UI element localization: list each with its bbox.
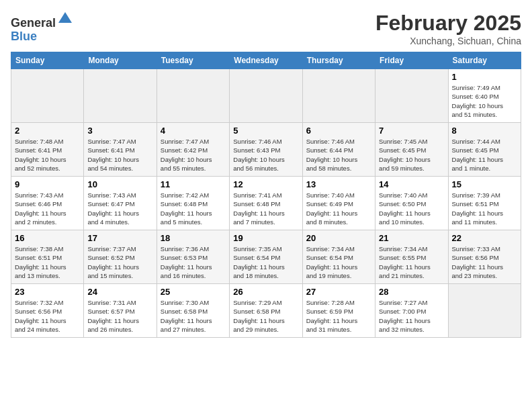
day-info: Sunrise: 7:34 AM Sunset: 6:54 PM Dayligh…	[306, 244, 371, 280]
day-number: 14	[379, 179, 444, 189]
day-info: Sunrise: 7:49 AM Sunset: 6:40 PM Dayligh…	[452, 83, 517, 119]
calendar-cell: 4Sunrise: 7:47 AM Sunset: 6:42 PM Daylig…	[157, 123, 229, 177]
day-info: Sunrise: 7:40 AM Sunset: 6:50 PM Dayligh…	[379, 191, 444, 226]
calendar-cell	[157, 69, 229, 123]
weekday-header-monday: Monday	[84, 52, 157, 69]
calendar-week-2: 2Sunrise: 7:48 AM Sunset: 6:41 PM Daylig…	[11, 123, 521, 177]
day-info: Sunrise: 7:43 AM Sunset: 6:46 PM Dayligh…	[15, 191, 80, 226]
calendar-cell: 1Sunrise: 7:49 AM Sunset: 6:40 PM Daylig…	[448, 69, 521, 123]
day-number: 9	[15, 179, 80, 189]
calendar-cell: 14Sunrise: 7:40 AM Sunset: 6:50 PM Dayli…	[375, 177, 448, 230]
day-number: 5	[233, 126, 298, 136]
day-info: Sunrise: 7:29 AM Sunset: 6:58 PM Dayligh…	[233, 298, 298, 334]
calendar-cell	[230, 69, 302, 123]
day-info: Sunrise: 7:27 AM Sunset: 7:00 PM Dayligh…	[379, 298, 444, 334]
day-info: Sunrise: 7:28 AM Sunset: 6:59 PM Dayligh…	[306, 298, 371, 334]
day-number: 4	[161, 126, 226, 136]
day-info: Sunrise: 7:41 AM Sunset: 6:48 PM Dayligh…	[233, 191, 298, 226]
day-info: Sunrise: 7:35 AM Sunset: 6:54 PM Dayligh…	[233, 244, 298, 280]
day-number: 17	[87, 233, 152, 243]
calendar-week-1: 1Sunrise: 7:49 AM Sunset: 6:40 PM Daylig…	[11, 69, 521, 123]
day-number: 21	[379, 233, 444, 243]
day-info: Sunrise: 7:46 AM Sunset: 6:44 PM Dayligh…	[306, 137, 371, 173]
calendar-cell: 20Sunrise: 7:34 AM Sunset: 6:54 PM Dayli…	[302, 230, 375, 284]
calendar-cell: 26Sunrise: 7:29 AM Sunset: 6:58 PM Dayli…	[230, 284, 302, 338]
weekday-header-saturday: Saturday	[448, 52, 521, 69]
calendar-cell: 10Sunrise: 7:43 AM Sunset: 6:47 PM Dayli…	[84, 177, 157, 230]
calendar-cell: 28Sunrise: 7:27 AM Sunset: 7:00 PM Dayli…	[375, 284, 448, 338]
calendar-table: SundayMondayTuesdayWednesdayThursdayFrid…	[11, 52, 521, 338]
calendar-cell: 8Sunrise: 7:44 AM Sunset: 6:45 PM Daylig…	[448, 123, 521, 177]
logo-general: General	[11, 16, 56, 30]
weekday-header-sunday: Sunday	[11, 52, 84, 69]
day-number: 8	[452, 126, 517, 136]
day-number: 22	[452, 233, 517, 243]
day-number: 10	[87, 179, 152, 189]
logo: General Blue	[11, 11, 73, 44]
calendar-cell: 19Sunrise: 7:35 AM Sunset: 6:54 PM Dayli…	[230, 230, 302, 284]
logo-icon	[57, 11, 73, 27]
day-number: 13	[306, 179, 371, 189]
month-title: February 2025	[375, 11, 521, 36]
weekday-header-row: SundayMondayTuesdayWednesdayThursdayFrid…	[11, 52, 521, 69]
day-info: Sunrise: 7:39 AM Sunset: 6:51 PM Dayligh…	[452, 191, 517, 226]
weekday-header-friday: Friday	[375, 52, 448, 69]
day-info: Sunrise: 7:37 AM Sunset: 6:52 PM Dayligh…	[87, 244, 152, 280]
weekday-header-wednesday: Wednesday	[230, 52, 302, 69]
calendar-cell: 11Sunrise: 7:42 AM Sunset: 6:48 PM Dayli…	[157, 177, 229, 230]
day-number: 12	[233, 179, 298, 189]
calendar-week-5: 23Sunrise: 7:32 AM Sunset: 6:56 PM Dayli…	[11, 284, 521, 338]
calendar-cell	[11, 69, 84, 123]
day-info: Sunrise: 7:47 AM Sunset: 6:42 PM Dayligh…	[161, 137, 226, 173]
calendar-cell: 12Sunrise: 7:41 AM Sunset: 6:48 PM Dayli…	[230, 177, 302, 230]
day-number: 26	[233, 287, 298, 297]
day-number: 7	[379, 126, 444, 136]
calendar-cell: 27Sunrise: 7:28 AM Sunset: 6:59 PM Dayli…	[302, 284, 375, 338]
day-info: Sunrise: 7:31 AM Sunset: 6:57 PM Dayligh…	[87, 298, 152, 334]
day-number: 15	[452, 179, 517, 189]
day-number: 20	[306, 233, 371, 243]
day-info: Sunrise: 7:34 AM Sunset: 6:55 PM Dayligh…	[379, 244, 444, 280]
day-number: 1	[452, 72, 517, 82]
calendar-week-4: 16Sunrise: 7:38 AM Sunset: 6:51 PM Dayli…	[11, 230, 521, 284]
calendar-cell: 13Sunrise: 7:40 AM Sunset: 6:49 PM Dayli…	[302, 177, 375, 230]
day-info: Sunrise: 7:44 AM Sunset: 6:45 PM Dayligh…	[452, 137, 517, 173]
calendar-cell: 6Sunrise: 7:46 AM Sunset: 6:44 PM Daylig…	[302, 123, 375, 177]
day-number: 23	[15, 287, 80, 297]
title-block: February 2025 Xunchang, Sichuan, China	[375, 11, 521, 46]
day-info: Sunrise: 7:32 AM Sunset: 6:56 PM Dayligh…	[15, 298, 80, 334]
day-info: Sunrise: 7:45 AM Sunset: 6:45 PM Dayligh…	[379, 137, 444, 173]
svg-marker-0	[58, 12, 72, 23]
calendar-cell: 7Sunrise: 7:45 AM Sunset: 6:45 PM Daylig…	[375, 123, 448, 177]
day-number: 16	[15, 233, 80, 243]
calendar-cell: 18Sunrise: 7:36 AM Sunset: 6:53 PM Dayli…	[157, 230, 229, 284]
location: Xunchang, Sichuan, China	[375, 36, 521, 46]
calendar-cell: 5Sunrise: 7:46 AM Sunset: 6:43 PM Daylig…	[230, 123, 302, 177]
day-info: Sunrise: 7:46 AM Sunset: 6:43 PM Dayligh…	[233, 137, 298, 173]
day-number: 2	[15, 126, 80, 136]
day-number: 3	[87, 126, 152, 136]
day-info: Sunrise: 7:36 AM Sunset: 6:53 PM Dayligh…	[161, 244, 226, 280]
day-number: 25	[161, 287, 226, 297]
calendar-cell: 22Sunrise: 7:33 AM Sunset: 6:56 PM Dayli…	[448, 230, 521, 284]
calendar-cell: 3Sunrise: 7:47 AM Sunset: 6:41 PM Daylig…	[84, 123, 157, 177]
day-info: Sunrise: 7:30 AM Sunset: 6:58 PM Dayligh…	[161, 298, 226, 334]
day-number: 24	[87, 287, 152, 297]
weekday-header-tuesday: Tuesday	[157, 52, 229, 69]
calendar-cell	[84, 69, 157, 123]
weekday-header-thursday: Thursday	[302, 52, 375, 69]
day-number: 18	[161, 233, 226, 243]
day-info: Sunrise: 7:40 AM Sunset: 6:49 PM Dayligh…	[306, 191, 371, 226]
calendar-cell: 15Sunrise: 7:39 AM Sunset: 6:51 PM Dayli…	[448, 177, 521, 230]
page-header: General Blue February 2025 Xunchang, Sic…	[11, 11, 521, 46]
calendar-cell: 25Sunrise: 7:30 AM Sunset: 6:58 PM Dayli…	[157, 284, 229, 338]
day-info: Sunrise: 7:42 AM Sunset: 6:48 PM Dayligh…	[161, 191, 226, 226]
calendar-cell: 17Sunrise: 7:37 AM Sunset: 6:52 PM Dayli…	[84, 230, 157, 284]
logo-blue: Blue	[11, 30, 37, 43]
day-info: Sunrise: 7:47 AM Sunset: 6:41 PM Dayligh…	[87, 137, 152, 173]
day-number: 27	[306, 287, 371, 297]
day-info: Sunrise: 7:38 AM Sunset: 6:51 PM Dayligh…	[15, 244, 80, 280]
day-info: Sunrise: 7:33 AM Sunset: 6:56 PM Dayligh…	[452, 244, 517, 280]
day-number: 28	[379, 287, 444, 297]
day-info: Sunrise: 7:43 AM Sunset: 6:47 PM Dayligh…	[87, 191, 152, 226]
